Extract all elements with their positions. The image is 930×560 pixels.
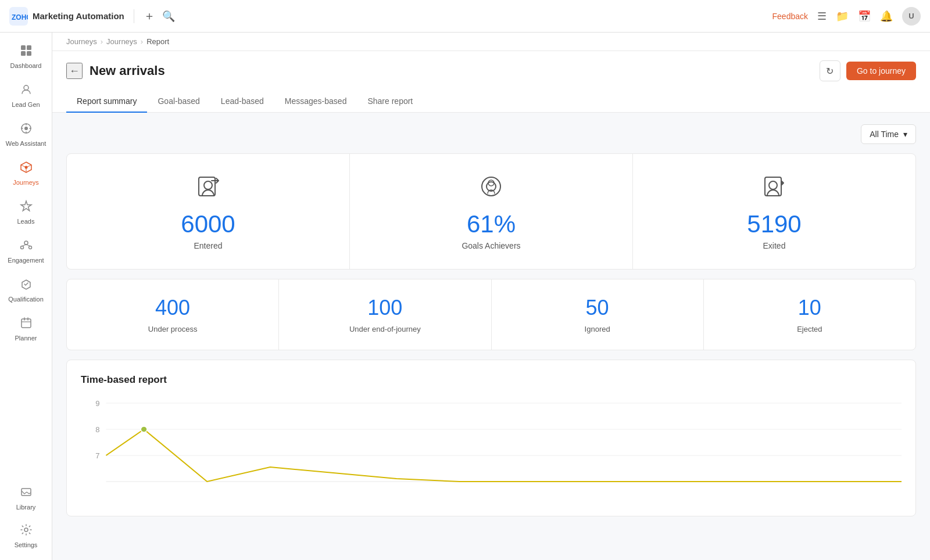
add-icon[interactable]: ＋ [144,8,155,24]
sidebar-item-engagement[interactable]: Engagement [3,233,49,270]
breadcrumb-journeys-1[interactable]: Journeys [66,37,97,46]
under-process-label: Under process [148,325,198,333]
svg-point-30 [488,180,494,186]
time-based-report-section: Time-based report 9 8 7 [66,360,916,516]
svg-point-14 [24,241,28,245]
top-stats-section: 6000 Entered 61% [66,153,916,270]
tab-lead-based[interactable]: Lead-based [210,91,274,113]
under-end-label: Under end-of-journey [349,325,421,333]
stat-under-process: 400 Under process [67,279,279,350]
svg-point-27 [204,181,212,189]
sidebar-item-dashboard[interactable]: Dashboard [3,38,49,75]
ignored-value: 50 [586,296,609,320]
stat-exited: 5190 Exited [633,154,915,269]
header-actions: ↻ Go to journey [820,60,916,81]
sidebar-item-library[interactable]: Library [3,480,49,516]
time-filter-dropdown[interactable]: All Time ▾ [861,124,916,144]
search-icon[interactable]: 🔍 [162,10,175,23]
dashboard-icon [20,44,33,60]
content-area: Journeys › Journeys › Report ← New arriv… [52,33,930,560]
svg-text:ZOHO: ZOHO [12,13,28,21]
page-header: ← New arrivals ↻ Go to journey Report su… [52,51,930,113]
sidebar-label-web-assistant: Web Assistant [6,140,46,147]
sidebar-item-qualification[interactable]: Qualification [3,272,49,308]
svg-line-17 [22,245,26,246]
engagement-icon [20,239,33,254]
page-header-top: ← New arrivals ↻ Go to journey [66,60,916,81]
breadcrumb: Journeys › Journeys › Report [52,33,930,51]
stat-under-end-of-journey: 100 Under end-of-journey [279,279,491,350]
journeys-icon [20,161,33,177]
go-to-journey-button[interactable]: Go to journey [846,62,916,80]
ejected-label: Ejected [797,325,822,333]
svg-point-16 [28,246,31,249]
svg-rect-3 [27,45,31,50]
sidebar-item-web-assistant[interactable]: Web Assistant [3,116,49,153]
goals-achievers-label: Goals Achievers [462,241,520,250]
sidebar-label-lead-gen: Lead Gen [12,101,40,108]
topbar-right-icons: Feedback ☰ 📁 📅 🔔 U [772,7,921,26]
calendar-icon[interactable]: 📅 [858,10,871,23]
sidebar-item-planner[interactable]: Planner [3,311,49,347]
ignored-label: Ignored [585,325,610,333]
svg-point-6 [24,85,28,90]
breadcrumb-journeys-2[interactable]: Journeys [106,37,137,46]
qualification-icon [20,278,33,293]
back-button[interactable]: ← [66,63,83,79]
leads-icon [20,200,33,216]
sidebar-item-settings[interactable]: Settings [3,518,49,554]
stat-ignored: 50 Ignored [492,279,704,350]
breadcrumb-sep-1: › [101,37,103,46]
zoho-logo-icon: ZOHO [9,7,28,26]
tab-messages-based[interactable]: Messages-based [274,91,357,113]
chevron-down-icon: ▾ [903,130,907,139]
svg-text:9: 9 [95,400,99,407]
user-avatar[interactable]: U [902,7,921,26]
main-layout: Dashboard Lead Gen Web Assistant Journey… [0,33,930,560]
tabs-bar: Report summary Goal-based Lead-based Mes… [66,91,916,112]
sidebar-item-lead-gen[interactable]: Lead Gen [3,77,49,114]
settings-icon [20,523,33,539]
exited-value: 5190 [747,212,801,236]
sidebar: Dashboard Lead Gen Web Assistant Journey… [0,33,52,560]
tab-share-report[interactable]: Share report [357,91,423,113]
bell-icon[interactable]: 🔔 [880,10,893,23]
report-title: Time-based report [81,374,902,386]
entered-value: 6000 [181,212,235,236]
sidebar-item-leads[interactable]: Leads [3,194,49,231]
chart-area: 9 8 7 [81,397,902,502]
time-filter-value: All Time [870,130,899,139]
tab-report-summary[interactable]: Report summary [66,91,147,113]
page-title-row: ← New arrivals [66,63,165,79]
sidebar-label-planner: Planner [15,335,37,342]
list-icon[interactable]: ☰ [817,10,827,23]
entered-label: Entered [194,241,222,250]
svg-rect-2 [21,45,26,50]
svg-point-40 [141,426,147,432]
sidebar-item-journeys[interactable]: Journeys [3,155,49,192]
exited-icon [760,173,788,205]
sidebar-label-dashboard: Dashboard [10,62,42,69]
feedback-button[interactable]: Feedback [772,12,808,21]
chart-svg: 9 8 7 [81,397,902,490]
sidebar-label-journeys: Journeys [13,179,39,186]
under-end-value: 100 [367,296,402,320]
tab-goal-based[interactable]: Goal-based [147,91,210,113]
svg-rect-4 [21,51,26,56]
ejected-value: 10 [798,296,821,320]
bottom-stats-section: 400 Under process 100 Under end-of-journ… [66,279,916,350]
svg-text:7: 7 [95,452,99,460]
refresh-button[interactable]: ↻ [820,60,840,81]
svg-rect-5 [27,51,31,56]
sidebar-label-leads: Leads [17,218,35,225]
svg-point-25 [24,528,28,532]
goals-achievers-value: 61% [467,212,516,236]
stat-entered: 6000 Entered [67,154,350,269]
breadcrumb-report: Report [146,37,169,46]
under-process-value: 400 [155,296,190,320]
folder-icon[interactable]: 📁 [836,10,849,23]
planner-icon [20,317,33,332]
stat-goals-achievers: 61% Goals Achievers [350,154,633,269]
goals-achievers-icon [477,173,505,205]
sidebar-bottom: Library Settings [3,479,49,555]
